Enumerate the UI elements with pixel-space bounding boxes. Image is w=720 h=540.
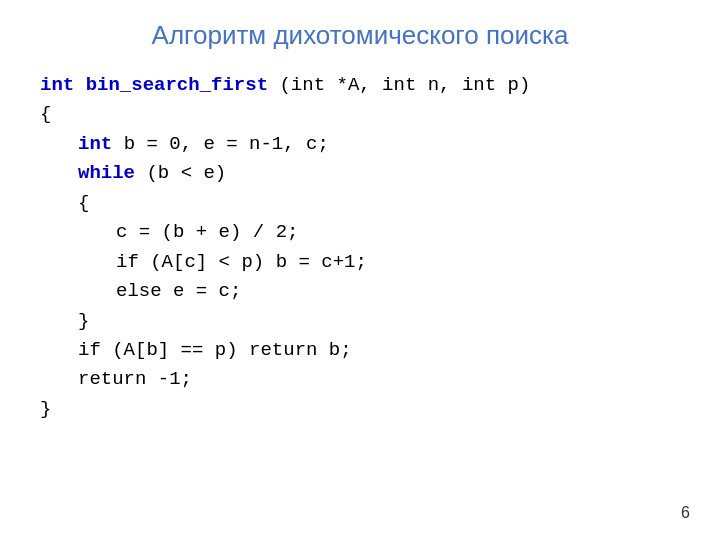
- code-line-10: if (A[b] == p) return b;: [40, 336, 690, 365]
- keyword-int-1: int: [40, 74, 74, 96]
- code-line-1: int bin_search_first (int *A, int n, int…: [40, 71, 690, 100]
- keyword-while: while: [78, 162, 135, 184]
- keyword-int-2: int: [78, 133, 112, 155]
- code-line-8: else e = c;: [40, 277, 690, 306]
- page-number: 6: [681, 504, 690, 522]
- code-block: int bin_search_first (int *A, int n, int…: [30, 71, 690, 424]
- func-name: bin_search_first: [86, 74, 268, 96]
- code-line-7: if (A[c] < p) b = c+1;: [40, 248, 690, 277]
- code-line-3: int b = 0, e = n-1, c;: [40, 130, 690, 159]
- slide: Алгоритм дихотомического поиска int bin_…: [0, 0, 720, 540]
- code-line-2: {: [40, 100, 690, 129]
- code-line-12: }: [40, 395, 690, 424]
- code-line-11: return -1;: [40, 365, 690, 394]
- slide-title: Алгоритм дихотомического поиска: [30, 20, 690, 51]
- code-line-5: {: [40, 189, 690, 218]
- code-line-9: }: [40, 307, 690, 336]
- code-line-4: while (b < e): [40, 159, 690, 188]
- code-line-6: c = (b + e) / 2;: [40, 218, 690, 247]
